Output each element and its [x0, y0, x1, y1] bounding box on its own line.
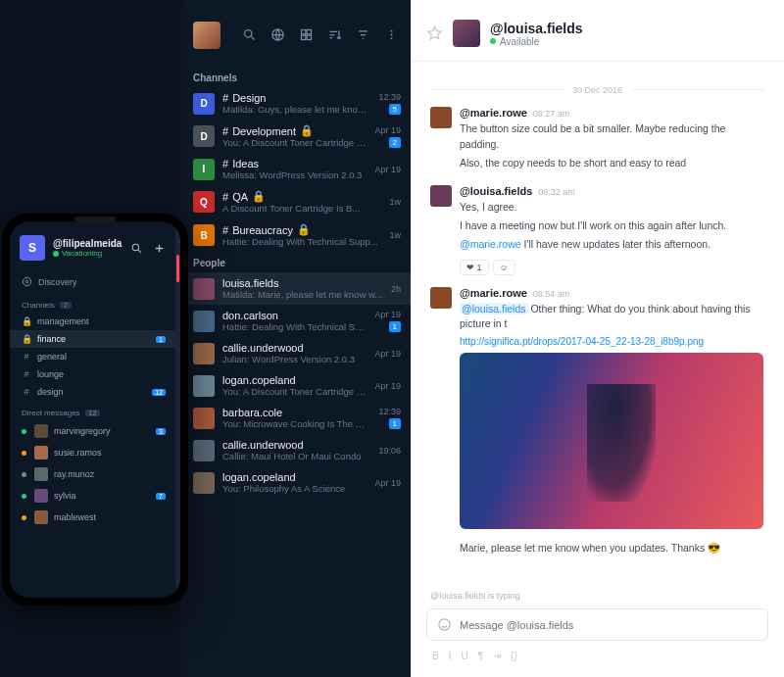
format-button[interactable]: B [432, 651, 439, 661]
person-name: barbara.cole [222, 407, 370, 418]
status-dot-icon [490, 38, 496, 44]
hash-icon: # [22, 352, 31, 362]
format-button[interactable]: ¶ [478, 651, 483, 661]
unread-badge: 5 [389, 104, 401, 115]
channel-time: Apr 19 [374, 125, 401, 135]
current-user-avatar[interactable] [193, 22, 220, 49]
unread-badge: 1 [389, 418, 401, 429]
message-author[interactable]: @marie.rowe [460, 287, 527, 299]
channel-item[interactable]: D #Design Matilda: Guys, please let me k… [181, 87, 411, 120]
search-icon[interactable] [130, 242, 143, 255]
message: @marie.rowe08:54 am@louisa.fields Other … [430, 287, 764, 530]
message-link[interactable]: http://significa.pt/drops/2017-04-25_22-… [460, 336, 704, 347]
person-item[interactable]: logan.copeland You: Philosophy As A Scie… [181, 466, 411, 499]
dm-name: marvingregory [54, 426, 150, 436]
unread-badge: 3 [156, 428, 166, 435]
conversation-title: @louisa.fields [490, 21, 583, 36]
message-list[interactable]: 30 Dec 2016 @marie.rowe08:27 amThe butto… [411, 62, 784, 591]
channel-item[interactable]: B #Bureaucracy 🔒 Hattie: Dealing With Te… [181, 218, 411, 252]
format-button[interactable]: U [461, 651, 467, 661]
message-composer[interactable] [426, 608, 768, 641]
composer-input[interactable] [460, 619, 758, 631]
person-item[interactable]: don.carlson Hattie: Dealing With Technic… [181, 305, 411, 337]
add-reaction-button[interactable]: ☺ [493, 260, 515, 275]
message-avatar[interactable] [430, 287, 452, 309]
phone-scrollbar[interactable] [175, 221, 180, 598]
phone-channel-item[interactable]: #design12 [10, 383, 175, 401]
person-name: callie.underwood [222, 342, 367, 354]
more-icon[interactable] [384, 27, 399, 44]
hash-icon: # [22, 369, 31, 379]
phone-dm-item[interactable]: mablewest [10, 507, 175, 528]
conversation-pane: @louisa.fields Available 30 Dec 2016 @ma… [411, 0, 784, 677]
message-avatar[interactable] [430, 107, 452, 128]
reaction[interactable]: ❤ 1 [460, 260, 489, 275]
svg-point-12 [25, 280, 28, 283]
search-icon[interactable] [242, 27, 257, 44]
conversation-status: Available [490, 36, 583, 47]
message-time: 08:54 am [533, 289, 570, 299]
phone-dm-item[interactable]: marvingregory3 [10, 420, 175, 442]
channel-name: management [37, 316, 166, 326]
person-preview: Hattie: Dealing With Technical Support [222, 321, 367, 332]
person-item[interactable]: callie.underwood Julian: WordPress Versi… [181, 337, 411, 369]
sort-icon[interactable] [327, 27, 342, 44]
filter-icon[interactable] [356, 27, 370, 44]
phone-channel-item[interactable]: 🔒finance1 [10, 330, 175, 348]
channel-item[interactable]: Q #QA 🔒 A Discount Toner Cartridge Is B.… [181, 185, 411, 218]
person-item[interactable]: louisa.fields Matilda: Marie, please let… [181, 272, 411, 305]
person-preview: Julian: WordPress Version 2.0.3 [222, 354, 367, 364]
phone-dm-item[interactable]: ray.munoz [10, 463, 175, 485]
add-icon[interactable] [153, 242, 166, 255]
person-item[interactable]: logan.copeland You: A Discount Toner Car… [181, 369, 411, 402]
phone-channel-item[interactable]: #lounge [10, 365, 175, 383]
person-preview: You: A Discount Toner Cartridge Is B... [222, 386, 367, 397]
channel-item[interactable]: I #Ideas Melissa: WordPress Version 2.0.… [181, 153, 411, 185]
message-avatar[interactable] [430, 185, 452, 207]
message: @louisa.fields08:32 amYes, I agree.I hav… [430, 185, 764, 274]
phone-channel-item[interactable]: #general [10, 348, 175, 365]
mention[interactable]: @marie.rowe [460, 238, 521, 250]
person-item[interactable]: callie.underwood Callie: Maui Hotel Or M… [181, 434, 411, 466]
phone-user-avatar[interactable]: S [20, 235, 45, 261]
hash-icon: # [222, 191, 228, 203]
format-button[interactable]: {} [511, 651, 517, 661]
sidebar-header [181, 0, 411, 67]
message-time: 08:27 am [533, 109, 570, 119]
conversation-avatar[interactable] [453, 20, 480, 47]
channel-preview: You: A Discount Toner Cartridge Is B... [222, 137, 367, 148]
status-dot-icon [22, 472, 26, 477]
format-button[interactable]: ⇥ [493, 651, 501, 661]
grid-icon[interactable] [299, 27, 314, 44]
phone-channels-section: Channels7 [10, 293, 175, 313]
channel-item[interactable]: D #Development 🔒 You: A Discount Toner C… [181, 120, 411, 153]
image-attachment[interactable] [460, 353, 763, 529]
person-time: Apr 19 [374, 478, 401, 488]
lock-icon: 🔒 [22, 334, 31, 344]
channel-name: general [37, 352, 166, 362]
discovery-link[interactable]: Discovery [10, 270, 175, 293]
phone-dm-item[interactable]: susie.ramos [10, 442, 175, 463]
person-avatar [193, 343, 215, 364]
person-item[interactable]: barbara.cole You: Microwave Cooking Is T… [181, 402, 411, 434]
emoji-icon[interactable] [437, 617, 452, 632]
people-list: louisa.fields Matilda: Marie, please let… [181, 272, 411, 499]
svg-point-11 [23, 277, 30, 285]
message-author[interactable]: @louisa.fields [460, 185, 532, 197]
format-button[interactable]: I [449, 651, 452, 661]
lock-icon: 🔒 [297, 223, 311, 236]
message-text: Yes, I agree. [460, 200, 764, 216]
person-name: louisa.fields [222, 277, 383, 289]
desktop-app: Channels D #Design Matilda: Guys, please… [181, 0, 784, 677]
star-icon[interactable] [426, 25, 443, 42]
person-preview: You: Philosophy As A Science [222, 483, 367, 494]
phone-channel-item[interactable]: 🔒management [10, 313, 175, 330]
mention[interactable]: @louisa.fields [460, 303, 528, 314]
channel-name: #QA 🔒 [222, 190, 381, 203]
phone-dm-item[interactable]: sylvia7 [10, 485, 175, 507]
message-author[interactable]: @marie.rowe [460, 107, 527, 119]
channel-avatar: I [193, 159, 215, 180]
unread-badge: 7 [156, 493, 166, 500]
globe-icon[interactable] [270, 27, 285, 44]
dm-avatar [34, 467, 48, 481]
